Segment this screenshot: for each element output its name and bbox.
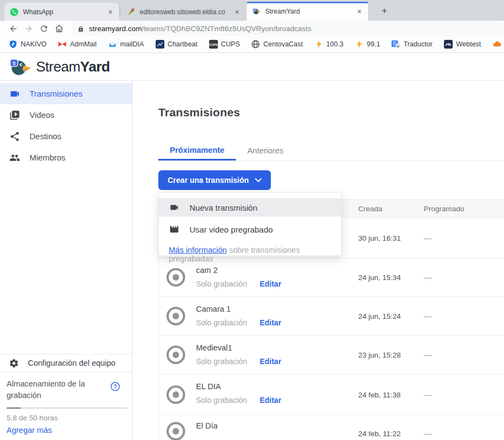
menu-item-prerecorded-video[interactable]: Usar video pregrabado bbox=[159, 220, 341, 239]
main-content: Transmisiones Próximamente Anteriores Cr… bbox=[133, 81, 504, 440]
mail-icon bbox=[108, 40, 117, 49]
tab-title: StreamYard bbox=[265, 8, 352, 15]
close-tab-icon[interactable]: × bbox=[233, 8, 241, 16]
globe-icon bbox=[251, 40, 260, 49]
storage-title: Almacenamiento de la grabación bbox=[7, 378, 104, 401]
storage-progress-fill bbox=[7, 407, 21, 409]
sidebar-footer: Configuración del equipo Almacenamiento … bbox=[0, 354, 132, 440]
bookmark-label: 100.3 bbox=[327, 40, 343, 48]
close-tab-icon[interactable]: × bbox=[355, 7, 364, 16]
broadcast-name: El Día bbox=[196, 421, 218, 430]
svg-text:?: ? bbox=[114, 384, 117, 390]
row-created: 23 jun, 15:28 bbox=[358, 351, 401, 359]
table-row[interactable]: EL DIA Solo grabaciónEditar 24 feb, 11:3… bbox=[159, 374, 504, 415]
reload-button[interactable] bbox=[36, 22, 51, 35]
bookmark-cloudflare[interactable]: CloudFlare bbox=[493, 40, 504, 49]
bookmark-label: Chartbeat bbox=[168, 40, 198, 48]
edit-link[interactable]: Editar bbox=[259, 357, 281, 366]
bookmark-chartbeat[interactable]: Chartbeat bbox=[156, 40, 198, 49]
sidebar-item-destinos[interactable]: Destinos bbox=[0, 126, 132, 147]
bookmark-cups[interactable]: CUPS CUPS bbox=[209, 40, 240, 49]
menu-item-label: Usar video pregrabado bbox=[189, 225, 273, 234]
tab-title: editoresweb:sitioweb:eldia.co bbox=[140, 8, 229, 16]
tab-anteriores[interactable]: Anteriores bbox=[236, 141, 295, 160]
movie-icon bbox=[169, 224, 179, 234]
more-info-link[interactable]: Más información bbox=[169, 246, 227, 254]
bookmark-label: NAKIVO bbox=[21, 40, 46, 48]
video-library-icon bbox=[9, 110, 20, 121]
broadcast-name: Camara 1 bbox=[196, 305, 231, 313]
broadcast-type: Solo grabación bbox=[196, 357, 247, 366]
broadcast-meta: Solo grabaciónEditar bbox=[196, 318, 281, 327]
create-broadcast-dropdown: Nueva transmisión Usar video pregrabado … bbox=[158, 192, 342, 256]
tab-streamyard-active[interactable]: S StreamYard × bbox=[247, 2, 368, 21]
menu-item-new-broadcast[interactable]: Nueva transmisión bbox=[159, 198, 341, 217]
forward-button[interactable] bbox=[21, 22, 36, 35]
row-created: 24 feb, 11:38 bbox=[358, 390, 401, 399]
bookmark-radio-100-3[interactable]: 100.3 bbox=[315, 40, 343, 49]
close-tab-icon[interactable]: × bbox=[106, 8, 115, 16]
gauge-icon bbox=[444, 40, 453, 49]
broadcast-type: Solo grabación bbox=[196, 396, 247, 405]
broadcast-name: cam 2 bbox=[196, 266, 218, 275]
edit-link[interactable]: Editar bbox=[259, 318, 281, 327]
table-row[interactable]: El Día 24 feb, 11:22 — bbox=[159, 415, 504, 440]
sidebar-item-miembros[interactable]: Miembros bbox=[0, 147, 132, 168]
tab-whatsapp[interactable]: WhatsApp × bbox=[4, 3, 119, 21]
bookmarks-bar: NAKIVO AdmMail mailDIA Chartbeat CUPS CU… bbox=[0, 36, 504, 53]
broadcast-meta: Solo grabaciónEditar bbox=[196, 357, 281, 366]
bookmark-nakivo[interactable]: NAKIVO bbox=[9, 40, 46, 49]
sidebar-item-label: Destinos bbox=[29, 132, 61, 141]
bookmark-webtest[interactable]: Webtest bbox=[444, 40, 481, 49]
create-broadcast-label: Crear una transmisión bbox=[168, 176, 249, 185]
row-scheduled: — bbox=[424, 273, 431, 282]
table-row[interactable]: Medieval1 Solo grabaciónEditar 23 jun, 1… bbox=[159, 336, 504, 374]
streamyard-logo[interactable]: S StreamYard bbox=[9, 57, 110, 77]
back-button[interactable] bbox=[5, 22, 21, 35]
bookmark-label: Webtest bbox=[456, 40, 481, 48]
team-settings-button[interactable]: Configuración del equipo bbox=[0, 354, 132, 372]
broadcast-name: Medieval1 bbox=[196, 343, 232, 352]
edit-link[interactable]: Editar bbox=[259, 396, 281, 405]
sidebar-item-label: Videos bbox=[29, 110, 55, 120]
browser-window: WhatsApp × editoresweb:sitioweb:eldia.co… bbox=[0, 0, 504, 440]
translate-icon: G★ bbox=[392, 40, 400, 49]
row-scheduled: — bbox=[424, 390, 431, 399]
table-row[interactable]: cam 2 Solo grabaciónEditar 24 jun, 15:34… bbox=[159, 258, 504, 297]
edit-link[interactable]: Editar bbox=[259, 280, 281, 288]
tab-proximamente[interactable]: Próximamente bbox=[158, 141, 236, 160]
gear-icon bbox=[9, 358, 19, 368]
record-icon bbox=[166, 345, 186, 365]
broadcast-name: EL DIA bbox=[196, 382, 221, 391]
whatsapp-icon bbox=[10, 8, 19, 16]
bookmark-radio-99-1[interactable]: 99.1 bbox=[355, 40, 380, 49]
record-icon bbox=[166, 421, 186, 440]
bookmark-admmail[interactable]: AdmMail bbox=[58, 40, 97, 49]
share-icon bbox=[9, 131, 20, 142]
broadcast-type: Solo grabación bbox=[196, 318, 247, 327]
streamyard-duck-icon: S bbox=[9, 57, 32, 77]
menu-item-label: Nueva transmisión bbox=[189, 203, 257, 212]
create-broadcast-button[interactable]: Crear una transmisión bbox=[158, 170, 271, 190]
bookmark-label: 99.1 bbox=[367, 40, 380, 48]
sidebar-item-transmisiones[interactable]: Transmisiones bbox=[0, 83, 132, 104]
broadcast-meta: Solo grabaciónEditar bbox=[196, 396, 281, 405]
bookmark-label: mailDIA bbox=[120, 40, 144, 48]
bookmark-maildia[interactable]: mailDIA bbox=[108, 40, 144, 49]
tab-title: WhatsApp bbox=[23, 8, 103, 16]
bookmark-centovacast[interactable]: CentovaCast bbox=[251, 40, 303, 49]
bookmark-traductor[interactable]: G★ Traductor bbox=[392, 40, 432, 49]
bookmark-label: AdmMail bbox=[70, 40, 97, 48]
tab-editoresweb[interactable]: editoresweb:sitioweb:eldia.co × bbox=[121, 3, 246, 21]
streamyard-duck-icon: S bbox=[252, 7, 261, 16]
help-icon[interactable]: ? bbox=[110, 382, 120, 391]
home-button[interactable] bbox=[51, 22, 67, 35]
address-bar[interactable]: streamyard.com/teams/TQDhBC9ZNTmft6z5UsQ… bbox=[72, 21, 504, 35]
sidebar-item-label: Transmisiones bbox=[29, 89, 82, 98]
sidebar-item-videos[interactable]: Videos bbox=[0, 104, 132, 126]
new-tab-button[interactable]: + bbox=[378, 4, 391, 17]
table-row[interactable]: Camara 1 Solo grabaciónEditar 24 jun, 15… bbox=[159, 297, 504, 336]
shield-icon bbox=[9, 40, 17, 49]
add-more-link[interactable]: Agregar más bbox=[7, 426, 126, 435]
broadcast-type: Solo grabación bbox=[196, 280, 247, 288]
